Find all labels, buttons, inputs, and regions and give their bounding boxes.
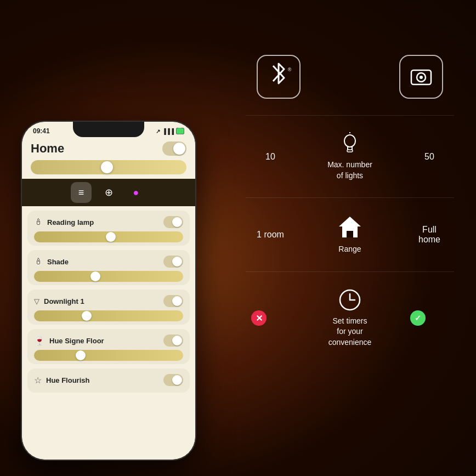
app-title: Home: [31, 141, 64, 156]
brightness-track[interactable]: [31, 160, 186, 174]
bulb-icon-2: 🕯: [34, 257, 43, 267]
light-item: 🕯 Shade: [27, 250, 190, 285]
light-name-5: Hue Flourish: [46, 376, 89, 384]
timers-right: ✓: [410, 310, 449, 326]
light-name-4: Hue Signe Floor: [49, 337, 104, 345]
timers-label: Set timers for your convenience: [328, 316, 372, 348]
red-dot: ✕: [251, 310, 267, 326]
bulb-icon-1: 🕯: [34, 217, 43, 227]
timers-section: ✕ Set timers for your convenience ✓: [246, 271, 454, 365]
svg-point-2: [420, 76, 423, 79]
bulb-feature-icon: [342, 132, 358, 155]
signal-icon: ▐▐▐: [162, 128, 174, 134]
timers-center: Set timers for your convenience: [290, 288, 410, 348]
range-section: 1 room Range Full home: [246, 197, 454, 271]
light-slider-1[interactable]: [34, 231, 183, 242]
light-item: ▽ Downlight 1: [27, 290, 190, 325]
bulb-icon-5: ☆: [34, 375, 42, 386]
tab-color[interactable]: ●: [126, 182, 146, 203]
bulb-icon-4: 🍷: [34, 336, 45, 346]
hue-bridge-icon-box: [399, 55, 443, 99]
phone-screen: 09:41 ↗ ▐▐▐ ▊ Home: [22, 122, 195, 460]
svg-rect-9: [347, 231, 353, 237]
clock-feature-icon: [338, 288, 361, 311]
timers-left: ✕: [251, 310, 290, 326]
light-name-3: Downlight 1: [44, 297, 84, 305]
battery-icon: ▊: [176, 128, 184, 134]
max-lights-max: 50: [410, 152, 449, 162]
light-toggle-5[interactable]: [163, 374, 183, 386]
status-icons: ↗ ▐▐▐ ▊: [156, 128, 184, 134]
bluetooth-icon: [269, 60, 288, 87]
light-name-1: Reading lamp: [47, 218, 94, 226]
light-slider-4[interactable]: [34, 350, 183, 361]
top-icons-row: ®: [246, 55, 454, 99]
range-left: 1 room: [251, 230, 290, 240]
home-toggle[interactable]: [162, 141, 186, 156]
house-feature-icon: [337, 214, 363, 240]
light-toggle-2[interactable]: [163, 256, 183, 268]
tab-bar: ≡ ⊕ ●: [22, 179, 195, 206]
light-item: 🍷 Hue Signe Floor: [27, 329, 190, 364]
light-toggle-3[interactable]: [163, 295, 183, 307]
green-dot: ✓: [410, 310, 426, 326]
light-name-2: Shade: [47, 258, 69, 266]
light-slider-3[interactable]: [34, 310, 183, 321]
max-lights-section: 10 Max. number of lights 50: [246, 115, 454, 197]
light-toggle-1[interactable]: [163, 216, 183, 228]
light-toggle-4[interactable]: [163, 335, 183, 347]
tab-scenes[interactable]: ⊕: [98, 182, 119, 203]
max-lights-center: Max. number of lights: [290, 132, 410, 181]
light-slider-2[interactable]: [34, 271, 183, 282]
phone-notch: [73, 122, 144, 137]
range-label: Range: [338, 244, 361, 255]
light-item: 🕯 Reading lamp: [27, 211, 190, 246]
location-icon: ↗: [156, 128, 160, 134]
light-item: ☆ Hue Flourish: [27, 369, 190, 393]
phone-mockup: 09:41 ↗ ▐▐▐ ▊ Home: [21, 121, 196, 461]
hue-bridge-icon: [408, 64, 434, 90]
brightness-thumb: [101, 161, 113, 173]
app-header: Home: [22, 137, 195, 159]
max-lights-min: 10: [251, 152, 290, 162]
bulb-icon-3: ▽: [34, 297, 39, 305]
range-right: Full home: [410, 225, 449, 245]
lights-list: 🕯 Reading lamp: [22, 206, 195, 460]
features-area: ® 10: [246, 55, 454, 365]
bluetooth-icon-box: ®: [257, 55, 301, 99]
tab-list[interactable]: ≡: [71, 182, 92, 203]
range-center: Range: [290, 214, 410, 255]
phone-frame: 09:41 ↗ ▐▐▐ ▊ Home: [21, 121, 196, 461]
brightness-slider-container: [22, 159, 195, 179]
svg-rect-6: [347, 150, 353, 152]
svg-point-3: [344, 135, 355, 147]
status-time: 09:41: [33, 127, 50, 135]
max-lights-label: Max. number of lights: [327, 160, 372, 181]
toggle-knob: [173, 143, 185, 155]
